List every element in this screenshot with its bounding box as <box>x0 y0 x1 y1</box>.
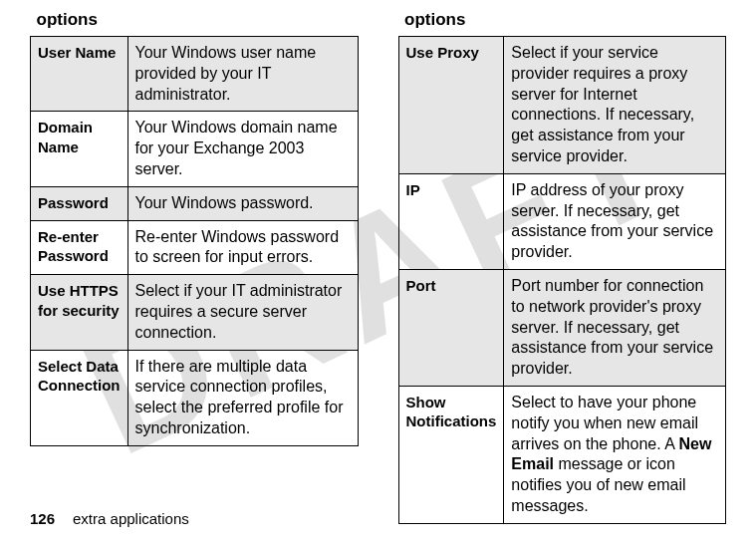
option-name: Use HTTPS for security <box>31 275 128 350</box>
desc-pre: Select to have your phone notify you whe… <box>511 394 698 452</box>
option-desc: Your Windows user name provided by your … <box>127 37 358 112</box>
table-row: Use HTTPS for security Select if your IT… <box>31 275 359 350</box>
right-options-table: options Use Proxy Select if your service… <box>398 6 727 524</box>
table-row: Domain Name Your Windows domain name for… <box>31 112 359 186</box>
option-name: Domain Name <box>31 112 128 186</box>
option-desc: Select if your service provider requires… <box>504 37 726 174</box>
table-row: Password Your Windows password. <box>31 186 359 220</box>
option-desc: Select if your IT administrator requires… <box>127 275 358 350</box>
option-name: Select Data Connection <box>31 350 128 445</box>
option-name: IP <box>398 173 504 269</box>
right-column: options Use Proxy Select if your service… <box>398 6 727 524</box>
table-row: Re-enter Password Re-enter Windows passw… <box>31 220 359 275</box>
option-name: Port <box>398 269 504 386</box>
page-footer: 126extra applications <box>30 510 189 527</box>
option-desc: Select to have your phone notify you whe… <box>504 386 726 523</box>
option-desc: If there are multiple data service conne… <box>127 350 358 445</box>
option-desc: Port number for connection to network pr… <box>504 269 726 386</box>
option-name: Password <box>31 186 128 220</box>
option-name: User Name <box>31 37 128 112</box>
table-row: Use Proxy Select if your service provide… <box>398 37 726 174</box>
option-name: Show Notifications <box>398 386 504 523</box>
option-name: Re-enter Password <box>31 220 128 275</box>
option-desc: Re-enter Windows password to screen for … <box>127 220 358 275</box>
option-desc: Your Windows password. <box>127 186 358 220</box>
left-options-table: options User Name Your Windows user name… <box>30 6 359 446</box>
section-title: extra applications <box>73 510 189 527</box>
option-desc: IP address of your proxy server. If nece… <box>504 173 726 269</box>
page-content: options User Name Your Windows user name… <box>0 0 756 524</box>
table-row: Select Data Connection If there are mult… <box>31 350 359 445</box>
option-name: Use Proxy <box>398 37 504 174</box>
left-column: options User Name Your Windows user name… <box>30 6 359 524</box>
table-row: User Name Your Windows user name provide… <box>31 37 359 112</box>
table-row: Show Notifications Select to have your p… <box>398 386 726 523</box>
left-table-header: options <box>31 6 359 37</box>
table-row: IP IP address of your proxy server. If n… <box>398 173 726 269</box>
table-row: Port Port number for connection to netwo… <box>398 269 726 386</box>
option-desc: Your Windows domain name for your Exchan… <box>127 112 358 186</box>
right-table-header: options <box>398 6 726 37</box>
page-number: 126 <box>30 510 55 527</box>
